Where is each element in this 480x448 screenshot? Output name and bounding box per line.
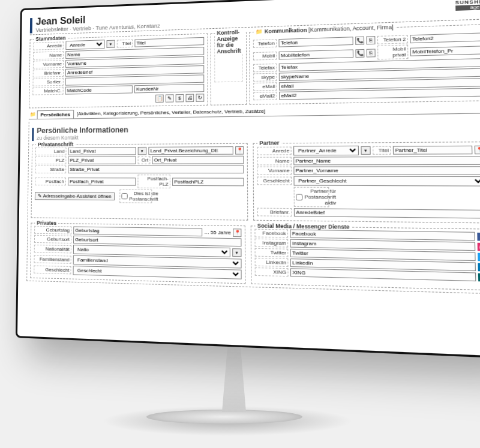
- partner-titel-input[interactable]: [393, 146, 473, 155]
- phone-icon[interactable]: 📞: [355, 49, 364, 57]
- anrede-select[interactable]: Anrede: [65, 40, 104, 50]
- pin-icon[interactable]: 📍: [233, 228, 241, 237]
- tab-rest[interactable]: [Aktivitäten, Kategorisierung, Persönlic…: [74, 107, 269, 118]
- partner-vorname-input[interactable]: [293, 166, 480, 175]
- clipboard-icon[interactable]: 📋: [155, 95, 164, 103]
- facebook-icon[interactable]: f: [477, 232, 480, 240]
- tab-persoenliches[interactable]: Persönliches: [37, 110, 74, 119]
- partner-anrede-select[interactable]: Partner_Anrede: [293, 146, 359, 156]
- postfach-plz-input[interactable]: [172, 178, 244, 186]
- strasse-input[interactable]: [68, 166, 244, 174]
- postanschrift-checkbox[interactable]: Dies ist die Postanschrift: [119, 190, 152, 203]
- section-partner: Partner Anrede Partner_Anrede ▾ Titel 📍 …: [253, 142, 480, 223]
- brand-logo: SUNSHINE agency: [455, 0, 480, 11]
- land-bez-input[interactable]: [148, 146, 233, 155]
- instagram-icon[interactable]: ◉: [478, 242, 480, 251]
- app-screen: SUNSHINE agency Jean Soleil Vertriebslei…: [21, 0, 480, 352]
- refresh-icon[interactable]: ↻: [196, 94, 204, 102]
- section-stammdaten: Stammdaten Anrede Anrede ▾ Titel Name Vo…: [29, 33, 208, 108]
- dropdown-icon[interactable]: ▾: [232, 248, 241, 257]
- address-assist-button[interactable]: ✎ Adresseingabe-Assistent öffnen: [35, 192, 115, 200]
- linkedin-icon[interactable]: in: [478, 263, 480, 271]
- section-privatanschrift: Privatanschrift Land ▾ 📍 PLZ Ort: [31, 143, 248, 221]
- mobil-input[interactable]: [279, 49, 354, 59]
- section-social: Social Media / Messenger Dienste Faceboo…: [251, 225, 480, 290]
- panel-title: Persönliche Informationen: [37, 125, 128, 135]
- monitor: SUNSHINE agency Jean Soleil Vertriebslei…: [16, 0, 480, 359]
- twitter-icon[interactable]: t: [478, 252, 480, 261]
- partner-geschlecht-select[interactable]: Partner_Geschlecht: [293, 176, 480, 187]
- land-input[interactable]: [68, 147, 136, 155]
- copy-icon[interactable]: ⎘: [366, 36, 375, 44]
- plz-input[interactable]: [68, 156, 136, 164]
- partner-name-input[interactable]: [293, 156, 480, 165]
- dropdown-icon[interactable]: ▾: [138, 147, 147, 155]
- partner-brief-input[interactable]: [294, 208, 480, 218]
- matchcode-input[interactable]: [65, 85, 133, 94]
- print-icon[interactable]: 🖨: [185, 94, 194, 103]
- partner-post-checkbox[interactable]: Partner für Postanschrift aktiv: [294, 187, 329, 208]
- age-label: … 55 Jahre: [204, 230, 231, 236]
- money-icon[interactable]: $: [176, 94, 184, 103]
- panel-subtitle: zu diesem Kontakt: [37, 134, 128, 141]
- mobil-privat-input[interactable]: [410, 45, 480, 56]
- titel-input[interactable]: [134, 37, 204, 47]
- kundennr-input[interactable]: [134, 84, 204, 94]
- folder-icon: 📁: [29, 110, 37, 119]
- tab-panel: Persönliche Informationen zu diesem Kont…: [26, 116, 480, 294]
- folder-icon: 📁: [256, 28, 263, 35]
- dropdown-icon[interactable]: ▾: [106, 40, 115, 48]
- section-kontroll: Kontroll-Anzeige für die Anschrift Ansch…: [211, 32, 247, 105]
- postfach-input[interactable]: [68, 178, 136, 186]
- section-privates: Privates Geburtstag … 55 Jahre 📍 Geburts…: [30, 223, 245, 284]
- section-kommunikation: 📁 Kommunikation [Kommunikation, Account,…: [249, 23, 480, 104]
- edit-icon[interactable]: ✎: [166, 94, 174, 103]
- phone-icon[interactable]: 📞: [355, 37, 364, 45]
- geburtstag-input[interactable]: [73, 226, 202, 236]
- copy-icon[interactable]: ⎘: [367, 49, 376, 57]
- pin-icon[interactable]: 📍: [235, 146, 244, 155]
- dropdown-icon[interactable]: ▾: [361, 146, 370, 155]
- pin-icon[interactable]: 📍: [475, 146, 480, 155]
- telefon-input[interactable]: [278, 37, 353, 47]
- telefon2-input[interactable]: [410, 32, 480, 43]
- ort-input[interactable]: [152, 156, 244, 164]
